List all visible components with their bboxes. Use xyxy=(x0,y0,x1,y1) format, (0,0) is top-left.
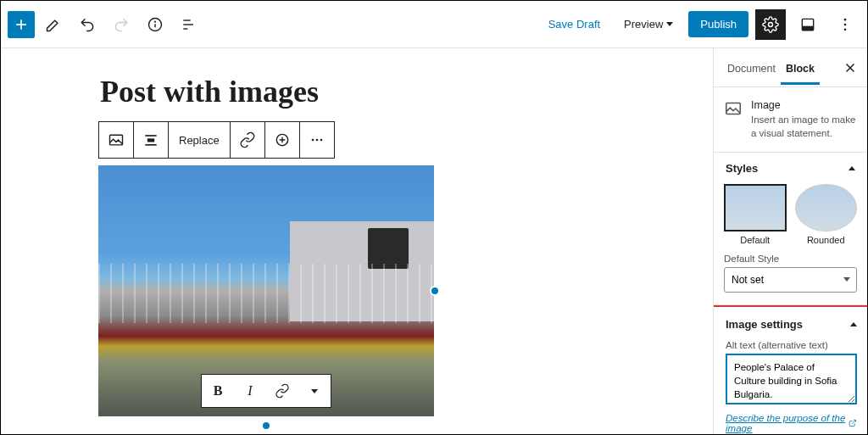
more-button[interactable] xyxy=(300,122,334,158)
panel-icon[interactable] xyxy=(793,9,823,40)
redo-button[interactable] xyxy=(106,9,136,40)
svg-rect-14 xyxy=(110,135,123,145)
svg-rect-24 xyxy=(726,103,741,114)
alt-text-input[interactable] xyxy=(726,354,857,404)
preview-label: Preview xyxy=(624,18,663,31)
svg-rect-10 xyxy=(802,25,813,30)
style-default[interactable]: Default xyxy=(724,184,787,245)
alt-text-label: Alt text (alternative text) xyxy=(726,340,857,350)
chevron-down-icon xyxy=(666,22,673,26)
link-button[interactable] xyxy=(231,122,264,158)
edit-icon[interactable] xyxy=(38,9,69,40)
align-button[interactable] xyxy=(134,122,168,158)
svg-point-13 xyxy=(844,28,847,31)
tab-block[interactable]: Block xyxy=(781,51,820,85)
editor-canvas[interactable]: Post with images Replace xyxy=(1,48,713,434)
close-sidebar-button[interactable] xyxy=(838,56,862,80)
alt-text-help-link[interactable]: Describe the purpose of the image xyxy=(726,413,857,433)
svg-point-8 xyxy=(769,22,773,26)
svg-point-4 xyxy=(155,21,156,22)
block-toolbar: Replace xyxy=(98,121,335,159)
info-button[interactable] xyxy=(140,9,170,40)
resize-handle-bottom[interactable] xyxy=(261,421,271,431)
block-type-image-icon[interactable] xyxy=(99,122,133,158)
svg-point-11 xyxy=(844,18,847,20)
caption-toolbar: B I xyxy=(201,374,331,408)
preview-button[interactable]: Preview xyxy=(615,13,682,36)
style-rounded[interactable]: Rounded xyxy=(795,184,858,245)
svg-rect-15 xyxy=(145,135,156,137)
italic-button[interactable]: I xyxy=(234,375,266,407)
svg-rect-16 xyxy=(147,138,154,142)
undo-button[interactable] xyxy=(72,9,103,40)
chevron-up-icon xyxy=(849,166,855,170)
svg-line-25 xyxy=(852,421,855,424)
default-style-label: Default Style xyxy=(724,254,857,264)
default-style-select[interactable]: Not set xyxy=(724,267,857,293)
settings-sidebar: Document Block Image Insert an image to … xyxy=(713,48,867,434)
svg-point-21 xyxy=(320,139,322,142)
bold-button[interactable]: B xyxy=(202,375,234,407)
caption-input[interactable]: Write caption… xyxy=(98,432,434,434)
tab-document[interactable]: Document xyxy=(722,51,781,85)
styles-toggle[interactable]: Styles xyxy=(714,153,867,184)
outline-button[interactable] xyxy=(174,9,204,40)
image-settings-toggle[interactable]: Image settings xyxy=(726,309,857,340)
svg-rect-17 xyxy=(145,144,156,146)
svg-point-20 xyxy=(315,139,318,142)
image-block[interactable]: B I xyxy=(98,165,434,416)
save-draft-button[interactable]: Save Draft xyxy=(540,13,609,36)
settings-button[interactable] xyxy=(755,9,786,40)
svg-point-12 xyxy=(844,23,847,25)
caption-more-button[interactable] xyxy=(298,375,331,407)
block-name: Image xyxy=(751,99,857,111)
sidebar-block-header: Image Insert an image to make a visual s… xyxy=(714,87,867,153)
add-block-button[interactable] xyxy=(8,11,35,38)
caption-link-button[interactable] xyxy=(266,375,298,407)
svg-point-19 xyxy=(311,139,314,142)
post-title[interactable]: Post with images xyxy=(98,74,615,109)
block-description: Insert an image to make a visual stateme… xyxy=(751,113,857,140)
crop-button[interactable] xyxy=(265,122,299,158)
replace-button[interactable]: Replace xyxy=(169,134,230,147)
chevron-up-icon xyxy=(850,322,857,326)
resize-handle-right[interactable] xyxy=(430,286,440,296)
top-toolbar: Save Draft Preview Publish xyxy=(1,1,867,48)
image-icon xyxy=(724,99,743,118)
publish-button[interactable]: Publish xyxy=(688,11,748,37)
styles-section: Styles Default Rounded Default Style xyxy=(714,153,867,305)
image-settings-highlight: Image settings Alt text (alternative tex… xyxy=(713,305,867,434)
more-options-button[interactable] xyxy=(830,9,860,40)
